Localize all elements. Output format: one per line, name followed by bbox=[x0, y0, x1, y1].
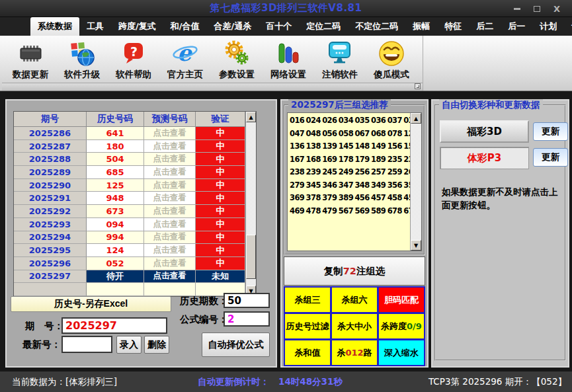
latest-number-input[interactable] bbox=[61, 336, 112, 353]
scrollbar-thumb[interactable] bbox=[246, 235, 256, 279]
table-row: 2025289 685 点击查看 中 bbox=[14, 166, 245, 179]
verify-cell: 中 bbox=[196, 257, 245, 270]
scroll-down-icon[interactable]: ▼ bbox=[411, 240, 421, 251]
auto-formula-button[interactable]: 自动择优公式 bbox=[202, 333, 270, 357]
update-tcp3-button[interactable]: 更新 bbox=[533, 148, 568, 167]
network-settings-button[interactable]: 网络设置 bbox=[265, 38, 311, 81]
kill-big-mid-small-button[interactable]: 杀大中小 bbox=[332, 314, 377, 338]
delete-button[interactable]: 删除 bbox=[144, 336, 169, 354]
fucai-3d-button[interactable]: 福彩3D bbox=[440, 120, 529, 143]
official-homepage-button[interactable]: e 官方主页 bbox=[162, 38, 208, 81]
scroll-up-icon[interactable]: ▲ bbox=[411, 113, 421, 124]
history-number-cell: 641 bbox=[87, 127, 144, 140]
network-bars-icon bbox=[274, 39, 303, 68]
predict-link-cell[interactable]: 点击查看 bbox=[144, 140, 196, 153]
deep-shrink-button[interactable]: 深入缩水 bbox=[379, 340, 424, 365]
history-count-input[interactable] bbox=[224, 293, 270, 308]
dialog-launcher-icon[interactable] bbox=[415, 83, 421, 89]
smiley-icon bbox=[377, 39, 406, 68]
software-upgrade-button[interactable]: 软件升级 bbox=[59, 38, 105, 81]
restore-button[interactable] bbox=[530, 2, 544, 15]
windows-globe-icon bbox=[67, 39, 97, 68]
predict-link-cell[interactable]: 点击查看 bbox=[144, 153, 196, 166]
predict-link-cell[interactable]: 点击查看 bbox=[144, 257, 196, 270]
tab-plan[interactable]: 计划 bbox=[532, 17, 564, 36]
tab-plan2[interactable]: 计划2 bbox=[564, 17, 572, 36]
column-header-verify: 验证 bbox=[196, 112, 245, 127]
easy-mode-button[interactable]: 傻瓜模式 bbox=[368, 38, 415, 81]
recommended-numbers-area[interactable]: 016 024 026 034 035 036 037 038 046 047 … bbox=[287, 112, 422, 251]
tab-tools[interactable]: 工具 bbox=[79, 17, 111, 36]
table-scrollbar[interactable]: ▲ ▼ bbox=[245, 112, 256, 296]
predict-link-cell[interactable]: 点击查看 bbox=[144, 127, 196, 140]
table-row bbox=[14, 283, 245, 296]
entry-button[interactable]: 录入 bbox=[116, 336, 142, 354]
verify-cell: 中 bbox=[196, 166, 245, 179]
latest-number-label: 最新号： bbox=[22, 338, 61, 351]
close-button[interactable]: X bbox=[550, 2, 564, 15]
predict-link-cell[interactable]: 点击查看 bbox=[144, 270, 196, 284]
table-row: 2025291 948 点击查看 中 bbox=[14, 192, 245, 205]
lottery-switch-group-title: 自由切换彩种和更新数据 bbox=[439, 99, 543, 111]
predict-link-cell[interactable]: 点击查看 bbox=[144, 179, 196, 192]
copy-72-groups-button[interactable]: 复制72注组选 bbox=[284, 256, 425, 286]
data-update-button[interactable]: 数据更新 bbox=[7, 38, 54, 81]
period-input[interactable] bbox=[61, 317, 167, 334]
kill-012-road-button[interactable]: 杀012路 bbox=[332, 340, 377, 365]
tab-hundred-ten-unit[interactable]: 百十个 bbox=[259, 17, 299, 36]
scroll-up-icon[interactable]: ▲ bbox=[246, 112, 256, 122]
minimize-button[interactable] bbox=[510, 2, 524, 15]
toolbar: 数据更新 bbox=[0, 36, 572, 91]
kill-sum-button[interactable]: 杀和值 bbox=[285, 340, 330, 365]
kill-group6-button[interactable]: 杀组六 bbox=[332, 288, 377, 312]
period-cell: 2025290 bbox=[14, 179, 87, 192]
software-help-button[interactable]: ? 软件帮助 bbox=[110, 38, 157, 81]
restore-icon bbox=[534, 6, 540, 12]
history-number-cell: 124 bbox=[87, 244, 144, 257]
tab-last-one[interactable]: 后一 bbox=[501, 17, 532, 36]
tab-positioned-2code[interactable]: 定位二码 bbox=[299, 17, 348, 36]
predict-link-cell[interactable]: 点击查看 bbox=[144, 218, 196, 231]
period-cell: 2025295 bbox=[14, 244, 87, 257]
tab-last-two[interactable]: 后二 bbox=[469, 17, 501, 36]
verify-cell: 中 bbox=[196, 244, 245, 257]
tab-span-duplex[interactable]: 跨度/复式 bbox=[111, 17, 163, 36]
period-cell bbox=[14, 283, 87, 296]
history-number-cell: 094 bbox=[87, 218, 144, 231]
logout-software-button[interactable]: 注销软件 bbox=[317, 38, 363, 81]
predict-link-cell[interactable]: 点击查看 bbox=[144, 205, 196, 218]
predict-link-cell[interactable]: 点击查看 bbox=[144, 192, 196, 205]
predict-link-cell[interactable]: 点击查看 bbox=[144, 244, 196, 257]
period-cell: 2025289 bbox=[14, 166, 87, 179]
history-panel: 期号 历史号码 预测号码 验证 2025286 641 点击查看 中 20252… bbox=[5, 99, 277, 368]
period-cell: 2025292 bbox=[14, 205, 87, 218]
parameter-settings-button[interactable]: 参数设置 bbox=[214, 38, 260, 81]
formula-number-input[interactable] bbox=[224, 311, 270, 327]
table-row: 2025295 124 点击查看 中 bbox=[14, 244, 245, 257]
predict-link-cell[interactable]: 点击查看 bbox=[144, 166, 196, 179]
dan-match-button[interactable]: 胆码匹配 bbox=[379, 288, 424, 312]
verify-cell: 中 bbox=[196, 153, 245, 166]
predict-link-cell[interactable]: 点击查看 bbox=[144, 231, 196, 245]
predict-link-cell[interactable] bbox=[144, 283, 196, 296]
update-fc3d-button[interactable]: 更新 bbox=[533, 122, 568, 141]
current-data-status: 当前数据为：[体彩排列三] bbox=[12, 376, 117, 388]
kill-group3-button[interactable]: 杀组三 bbox=[285, 288, 330, 312]
tab-sumdiff-killall[interactable]: 合差/通杀 bbox=[207, 17, 259, 36]
history-number-cell: 994 bbox=[87, 231, 144, 245]
tab-sum-value[interactable]: 和/合值 bbox=[163, 17, 207, 36]
minimize-icon bbox=[514, 8, 520, 10]
latest-draw-status: TCP3第 2025296 期开：【052】 bbox=[429, 376, 567, 388]
history-filter-button[interactable]: 历史号过滤 bbox=[285, 314, 330, 338]
kill-span-0-9-button[interactable]: 杀跨度0/9 bbox=[379, 314, 424, 338]
verify-cell: 中 bbox=[196, 140, 245, 153]
numbers-scrollbar[interactable]: ▲ ▼ bbox=[410, 113, 421, 251]
export-excel-button[interactable]: 历史号-另存Excel bbox=[11, 296, 171, 312]
tab-features[interactable]: 特征 bbox=[437, 17, 469, 36]
tab-system-data[interactable]: 系统数据 bbox=[30, 17, 79, 36]
ticai-p3-button[interactable]: 体彩P3 bbox=[440, 147, 529, 169]
tab-unpositioned-2code[interactable]: 不定位二码 bbox=[348, 17, 405, 36]
recommendation-panel: 2025297后三组选推荐 016 024 026 034 035 036 03… bbox=[280, 99, 429, 368]
close-icon: X bbox=[553, 4, 560, 14]
tab-amplitude[interactable]: 振幅 bbox=[405, 17, 437, 36]
